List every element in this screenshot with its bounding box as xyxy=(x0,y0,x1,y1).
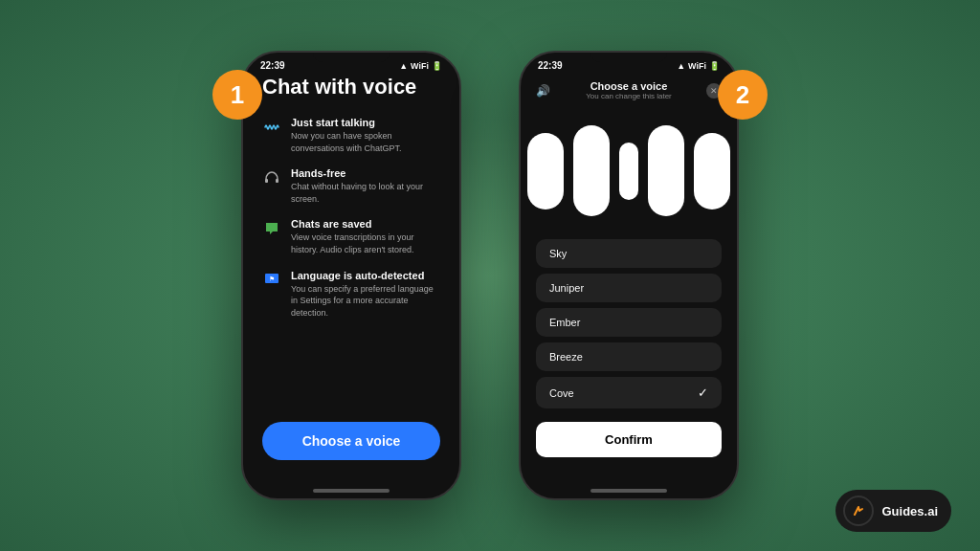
feature-saved: Chats are saved View voice transcription… xyxy=(262,218,440,255)
feature-desc-handsfree: Chat without having to look at your scre… xyxy=(291,181,440,205)
wave-bar-3 xyxy=(619,143,638,200)
voice-name-breeze: Breeze xyxy=(549,351,583,363)
message-icon xyxy=(262,219,281,238)
check-icon: ✓ xyxy=(698,386,708,400)
wave-bar-5 xyxy=(694,133,730,209)
phone2-subtitle: You can change this later xyxy=(586,92,672,100)
svg-rect-0 xyxy=(265,179,268,183)
phone-2: 22:39 ▲ WiFi 🔋 🔊 Choose a voice You can … xyxy=(519,51,739,500)
voice-item-ember[interactable]: Ember xyxy=(536,308,722,337)
feature-title-handsfree: Hands-free xyxy=(291,167,440,179)
feature-language: ⚑ Language is auto-detected You can spec… xyxy=(262,270,440,320)
voice-item-breeze[interactable]: Breeze xyxy=(536,342,722,371)
phone1-title: Chat with voice xyxy=(262,75,440,99)
status-bar-2: 22:39 ▲ WiFi 🔋 xyxy=(521,53,737,75)
svg-rect-1 xyxy=(276,179,278,183)
scene: 1 22:39 ▲ WiFi 🔋 Chat with voice xyxy=(241,51,739,500)
voice-list: Sky Juniper Ember Breeze Cove ✓ xyxy=(521,239,737,408)
feature-handsfree: Hands-free Chat without having to look a… xyxy=(262,167,440,205)
phone1-content: Chat with voice Just start talking Now y… xyxy=(243,75,459,319)
waveform-visual xyxy=(521,106,737,239)
voice-name-ember: Ember xyxy=(549,317,580,328)
voice-name-cove: Cove xyxy=(549,387,574,399)
choose-voice-button[interactable]: Choose a voice xyxy=(262,422,440,460)
home-indicator-1 xyxy=(313,489,390,493)
feature-talking: Just start talking Now you can have spok… xyxy=(262,117,440,154)
phone-1: 22:39 ▲ WiFi 🔋 Chat with voice Just star… xyxy=(241,51,461,500)
voice-name-sky: Sky xyxy=(549,248,567,259)
guides-logo-icon xyxy=(843,496,874,526)
status-icons-1: ▲ WiFi 🔋 xyxy=(399,61,442,71)
flag-icon: ⚑ xyxy=(262,271,281,290)
phone2-header: 🔊 Choose a voice You can change this lat… xyxy=(521,75,737,106)
feature-desc-talking: Now you can have spoken conversations wi… xyxy=(291,130,440,154)
confirm-button[interactable]: Confirm xyxy=(536,422,722,457)
time-1: 22:39 xyxy=(260,60,285,71)
status-bar-1: 22:39 ▲ WiFi 🔋 xyxy=(243,53,459,75)
wave-bar-2 xyxy=(573,125,610,216)
feature-desc-saved: View voice transcriptions in your histor… xyxy=(291,231,440,255)
voice-item-juniper[interactable]: Juniper xyxy=(536,274,722,302)
phone2-title: Choose a voice xyxy=(586,80,672,92)
waveform-icon xyxy=(262,118,281,137)
feature-title-saved: Chats are saved xyxy=(291,218,440,230)
voice-item-sky[interactable]: Sky xyxy=(536,239,722,268)
speaker-icon: 🔊 xyxy=(536,84,550,98)
svg-text:⚑: ⚑ xyxy=(269,276,275,282)
home-indicator-2 xyxy=(590,489,667,493)
feature-title-talking: Just start talking xyxy=(291,117,440,128)
feature-desc-language: You can specify a preferred language in … xyxy=(291,283,440,320)
step-badge-1: 1 xyxy=(212,70,262,120)
voice-name-juniper: Juniper xyxy=(549,282,584,294)
voice-item-cove[interactable]: Cove ✓ xyxy=(536,377,722,408)
feature-title-language: Language is auto-detected xyxy=(291,270,440,281)
guides-label: Guides.ai xyxy=(881,504,938,518)
wave-bar-1 xyxy=(527,133,564,209)
status-icons-2: ▲ WiFi 🔋 xyxy=(677,61,720,71)
headphone-icon xyxy=(262,168,281,187)
step-badge-2: 2 xyxy=(718,70,768,120)
guides-badge: Guides.ai xyxy=(835,490,951,532)
time-2: 22:39 xyxy=(538,60,563,71)
wave-bar-4 xyxy=(648,125,684,216)
